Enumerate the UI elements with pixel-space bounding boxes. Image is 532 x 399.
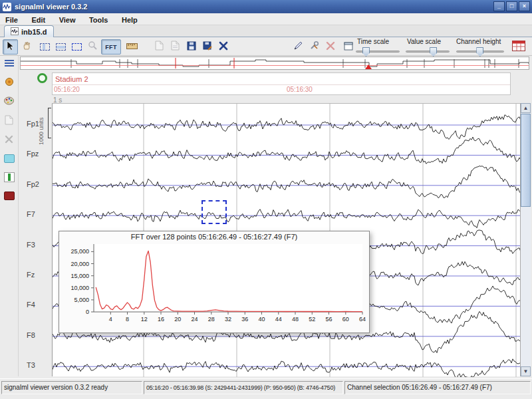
svg-text:5,000: 5,000 <box>74 297 89 303</box>
scroll-up-button[interactable]: ▲ <box>521 103 531 113</box>
new-document-button[interactable] <box>152 39 167 55</box>
red-tag-swatch-button[interactable] <box>1 188 17 203</box>
delete-tag-button[interactable] <box>1 132 17 148</box>
close-button[interactable]: × <box>519 1 530 11</box>
menu-tools[interactable]: Tools <box>84 14 114 26</box>
blank-page-icon <box>155 41 164 53</box>
channel-label-f3[interactable]: F3 <box>27 241 49 249</box>
minimize-button[interactable]: _ <box>493 1 505 11</box>
remove-tag-button[interactable] <box>323 39 338 55</box>
hand-icon <box>22 41 32 53</box>
select-block-icon <box>72 43 82 51</box>
value-scale-label: Value scale <box>407 38 441 45</box>
green-tag-swatch-button[interactable] <box>1 170 17 185</box>
document-icon <box>5 115 13 128</box>
red-bar-icon <box>4 192 15 200</box>
tag-document-button[interactable] <box>1 114 17 129</box>
channel-label-fz[interactable]: Fz <box>27 271 49 279</box>
montage-button[interactable] <box>1 57 17 72</box>
svg-text:25,000: 25,000 <box>70 248 89 255</box>
status-selection-info: Channel selection 05:16:26.49 - 05:16:27… <box>344 381 531 394</box>
orange-tag-icon <box>5 77 14 89</box>
channel-label-f7[interactable]: F7 <box>27 210 49 218</box>
fft-icon: FFT <box>105 44 116 51</box>
add-tag-button[interactable] <box>37 73 47 83</box>
tag-sign-button[interactable] <box>291 39 306 55</box>
cyan-tag-swatch-button[interactable] <box>1 151 17 166</box>
menu-help[interactable]: Help <box>116 14 143 26</box>
menu-file[interactable]: File <box>0 14 23 26</box>
scrollbar-thumb[interactable] <box>521 114 531 207</box>
svg-text:48: 48 <box>292 316 299 323</box>
channel-selection-rect[interactable] <box>201 200 227 224</box>
channel-label-fp1[interactable]: Fp1 <box>27 120 49 128</box>
value-scale-slider[interactable] <box>406 51 450 53</box>
select-channel-button[interactable] <box>53 39 68 55</box>
time-axis-row: 05:16:20 05:16:30 <box>53 85 510 94</box>
select-channel-icon <box>56 43 66 51</box>
palette-button[interactable] <box>1 94 17 109</box>
open-document-button[interactable] <box>168 39 183 55</box>
menu-edit[interactable]: Edit <box>26 14 51 26</box>
maximize-button[interactable]: □ <box>506 1 517 11</box>
ruler-tool-button[interactable] <box>124 39 140 55</box>
status-page-info: 05:16:20 - 05:16:39.98 (S: 2429441-24319… <box>144 381 343 394</box>
zoom-tool-button[interactable] <box>85 39 100 55</box>
page-lines-icon <box>171 41 180 53</box>
channel-height-label: Channel height <box>456 38 501 45</box>
table-view-button[interactable] <box>511 39 526 55</box>
save-button[interactable] <box>184 39 199 55</box>
select-time-button[interactable] <box>37 39 53 55</box>
tag-stage-button[interactable] <box>1 75 17 90</box>
channel-label-fp2[interactable]: Fp2 <box>27 180 49 188</box>
timestamp-mid: 05:16:30 <box>287 86 313 93</box>
panel-layout-button[interactable] <box>340 39 356 55</box>
red-x-icon <box>326 41 335 53</box>
svg-text:40: 40 <box>258 316 265 323</box>
tools-settings-button[interactable] <box>307 39 322 55</box>
signal-file-icon <box>11 27 19 37</box>
scroll-down-button[interactable]: ▼ <box>521 366 531 376</box>
svg-text:28: 28 <box>208 316 215 323</box>
overview-hypnogram <box>21 57 529 69</box>
app-icon <box>3 3 11 11</box>
time-scale-slider[interactable] <box>356 51 400 53</box>
menu-view[interactable]: View <box>54 14 81 26</box>
svg-text:20,000: 20,000 <box>70 261 89 267</box>
channel-label-t3[interactable]: T3 <box>27 361 49 369</box>
fft-popup[interactable]: FFT over 128 points 05:16:26.49 - 05:16:… <box>59 231 370 333</box>
svg-text:8: 8 <box>126 316 129 323</box>
channel-height-slider[interactable] <box>456 51 504 53</box>
svg-text:52: 52 <box>309 316 315 323</box>
svg-text:64: 64 <box>359 316 366 323</box>
svg-text:12: 12 <box>141 316 148 323</box>
window-title: signalml viewer 0.3.2 <box>15 3 87 11</box>
green-bar-icon <box>4 172 15 182</box>
menubar: File Edit View Tools Help <box>0 13 532 25</box>
save-as-button[interactable] <box>200 39 215 55</box>
wrench-icon <box>309 41 319 53</box>
select-block-button[interactable] <box>69 39 84 55</box>
signal-overview-strip[interactable] <box>20 57 529 70</box>
svg-text:15,000: 15,000 <box>70 273 89 279</box>
overview-position-marker[interactable] <box>365 65 372 69</box>
app-window: signalml viewer 0.3.2 _ □ × File Edit Vi… <box>0 0 532 399</box>
pen-icon <box>293 41 303 53</box>
svg-text:20: 20 <box>174 316 181 323</box>
tab-inb15[interactable]: inb15.d <box>4 25 54 37</box>
floppy-pencil-icon <box>203 41 212 53</box>
titlebar: signalml viewer 0.3.2 _ □ × <box>0 0 532 13</box>
svg-text:60: 60 <box>342 316 349 323</box>
floppy-disk-icon <box>187 41 196 53</box>
channel-label-f8[interactable]: F8 <box>27 331 49 339</box>
vertical-scrollbar[interactable]: ▲ ▼ <box>520 103 531 376</box>
select-tool-button[interactable] <box>3 39 18 55</box>
montage-lines-icon <box>4 59 15 70</box>
close-document-button[interactable] <box>215 39 231 55</box>
channel-label-fpz[interactable]: Fpz <box>27 150 49 158</box>
channel-label-f4[interactable]: F4 <box>27 301 49 309</box>
fft-tool-button[interactable]: FFT <box>101 39 121 55</box>
window-panel-icon <box>344 41 353 53</box>
cursor-arrow-icon <box>5 41 15 53</box>
pan-tool-button[interactable] <box>19 39 35 55</box>
